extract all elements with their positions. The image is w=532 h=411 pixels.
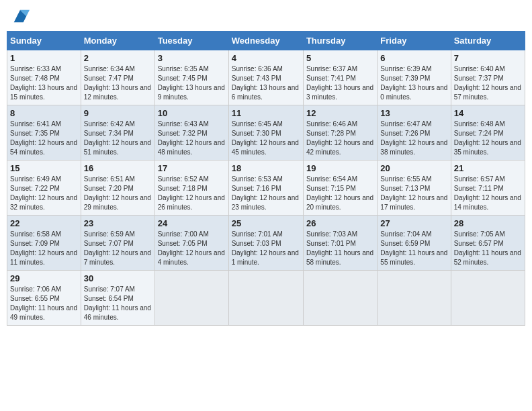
day-number: 19 — [306, 163, 374, 173]
calendar-cell — [228, 271, 303, 326]
calendar-week-row: 29 Sunrise: 7:06 AMSunset: 6:55 PMDaylig… — [7, 271, 525, 326]
day-number: 22 — [10, 218, 78, 228]
day-number: 15 — [10, 163, 78, 173]
day-number: 12 — [306, 108, 374, 118]
day-number: 23 — [84, 218, 152, 228]
calendar-cell — [378, 271, 451, 326]
day-info: Sunrise: 7:04 AMSunset: 6:59 PMDaylight:… — [380, 230, 447, 266]
day-info: Sunrise: 6:49 AMSunset: 7:22 PMDaylight:… — [10, 175, 77, 211]
calendar-cell: 9 Sunrise: 6:42 AMSunset: 7:34 PMDayligh… — [81, 105, 154, 161]
day-number: 17 — [158, 163, 226, 173]
header-friday: Friday — [378, 32, 451, 50]
calendar-week-row: 1 Sunrise: 6:33 AMSunset: 7:48 PMDayligh… — [7, 50, 525, 105]
calendar-cell: 30 Sunrise: 7:07 AMSunset: 6:54 PMDaylig… — [81, 271, 154, 326]
day-info: Sunrise: 6:55 AMSunset: 7:13 PMDaylight:… — [380, 175, 447, 211]
day-number: 3 — [158, 53, 226, 63]
day-number: 24 — [158, 218, 226, 228]
calendar-cell: 3 Sunrise: 6:35 AMSunset: 7:45 PMDayligh… — [154, 50, 228, 105]
day-number: 7 — [454, 53, 522, 63]
day-number: 25 — [232, 218, 300, 228]
calendar-cell: 2 Sunrise: 6:34 AMSunset: 7:47 PMDayligh… — [81, 50, 154, 105]
calendar-cell: 10 Sunrise: 6:43 AMSunset: 7:32 PMDaylig… — [154, 105, 228, 161]
day-info: Sunrise: 6:57 AMSunset: 7:11 PMDaylight:… — [454, 175, 521, 211]
day-number: 16 — [84, 163, 152, 173]
day-info: Sunrise: 6:45 AMSunset: 7:30 PMDaylight:… — [232, 120, 299, 156]
calendar-cell: 13 Sunrise: 6:47 AMSunset: 7:26 PMDaylig… — [378, 105, 451, 161]
header-wednesday: Wednesday — [228, 32, 303, 50]
calendar-cell: 11 Sunrise: 6:45 AMSunset: 7:30 PMDaylig… — [228, 105, 303, 161]
day-info: Sunrise: 6:42 AMSunset: 7:34 PMDaylight:… — [84, 120, 151, 156]
day-number: 26 — [306, 218, 374, 228]
day-number: 21 — [454, 163, 522, 173]
day-info: Sunrise: 6:51 AMSunset: 7:20 PMDaylight:… — [84, 175, 151, 211]
calendar-cell: 7 Sunrise: 6:40 AMSunset: 7:37 PMDayligh… — [451, 50, 525, 105]
day-info: Sunrise: 6:35 AMSunset: 7:45 PMDaylight:… — [158, 65, 225, 101]
calendar-cell: 16 Sunrise: 6:51 AMSunset: 7:20 PMDaylig… — [81, 161, 154, 216]
calendar-cell: 1 Sunrise: 6:33 AMSunset: 7:48 PMDayligh… — [7, 50, 81, 105]
calendar-cell: 18 Sunrise: 6:53 AMSunset: 7:16 PMDaylig… — [228, 161, 303, 216]
day-number: 6 — [380, 53, 447, 63]
logo — [9, 7, 30, 26]
calendar-cell: 14 Sunrise: 6:48 AMSunset: 7:24 PMDaylig… — [451, 105, 525, 161]
calendar-header-row: SundayMondayTuesdayWednesdayThursdayFrid… — [7, 32, 525, 50]
day-number: 14 — [454, 108, 522, 118]
logo-icon — [11, 7, 30, 26]
day-number: 9 — [84, 108, 152, 118]
day-number: 2 — [84, 53, 152, 63]
day-info: Sunrise: 6:54 AMSunset: 7:15 PMDaylight:… — [306, 175, 373, 211]
day-info: Sunrise: 7:00 AMSunset: 7:05 PMDaylight:… — [158, 230, 225, 266]
day-number: 10 — [158, 108, 226, 118]
calendar-cell: 23 Sunrise: 6:59 AMSunset: 7:07 PMDaylig… — [81, 216, 154, 271]
day-number: 5 — [306, 53, 374, 63]
day-info: Sunrise: 7:01 AMSunset: 7:03 PMDaylight:… — [232, 230, 299, 266]
calendar-cell: 19 Sunrise: 6:54 AMSunset: 7:15 PMDaylig… — [303, 161, 377, 216]
day-info: Sunrise: 6:47 AMSunset: 7:26 PMDaylight:… — [380, 120, 447, 156]
day-number: 28 — [454, 218, 522, 228]
calendar-cell: 17 Sunrise: 6:52 AMSunset: 7:18 PMDaylig… — [154, 161, 228, 216]
calendar-cell: 24 Sunrise: 7:00 AMSunset: 7:05 PMDaylig… — [154, 216, 228, 271]
day-number: 13 — [380, 108, 447, 118]
calendar-cell: 25 Sunrise: 7:01 AMSunset: 7:03 PMDaylig… — [228, 216, 303, 271]
header-thursday: Thursday — [303, 32, 377, 50]
calendar-cell: 15 Sunrise: 6:49 AMSunset: 7:22 PMDaylig… — [7, 161, 81, 216]
calendar-cell: 28 Sunrise: 7:05 AMSunset: 6:57 PMDaylig… — [451, 216, 525, 271]
calendar-cell — [451, 271, 525, 326]
day-info: Sunrise: 7:05 AMSunset: 6:57 PMDaylight:… — [454, 230, 521, 266]
day-info: Sunrise: 6:48 AMSunset: 7:24 PMDaylight:… — [454, 120, 521, 156]
header-sunday: Sunday — [7, 32, 81, 50]
day-info: Sunrise: 7:06 AMSunset: 6:55 PMDaylight:… — [10, 285, 77, 321]
day-info: Sunrise: 6:43 AMSunset: 7:32 PMDaylight:… — [158, 120, 225, 156]
calendar-cell: 20 Sunrise: 6:55 AMSunset: 7:13 PMDaylig… — [378, 161, 451, 216]
header-tuesday: Tuesday — [154, 32, 228, 50]
calendar-cell — [303, 271, 377, 326]
day-number: 20 — [380, 163, 447, 173]
day-info: Sunrise: 6:39 AMSunset: 7:39 PMDaylight:… — [380, 65, 447, 101]
day-info: Sunrise: 6:46 AMSunset: 7:28 PMDaylight:… — [306, 120, 373, 156]
day-number: 27 — [380, 218, 447, 228]
calendar-week-row: 22 Sunrise: 6:58 AMSunset: 7:09 PMDaylig… — [7, 216, 525, 271]
calendar-cell: 12 Sunrise: 6:46 AMSunset: 7:28 PMDaylig… — [303, 105, 377, 161]
day-number: 29 — [10, 273, 78, 283]
header-monday: Monday — [81, 32, 154, 50]
header — [7, 7, 525, 26]
calendar-week-row: 8 Sunrise: 6:41 AMSunset: 7:35 PMDayligh… — [7, 105, 525, 161]
day-info: Sunrise: 6:40 AMSunset: 7:37 PMDaylight:… — [454, 65, 521, 101]
day-number: 11 — [232, 108, 300, 118]
calendar-cell: 22 Sunrise: 6:58 AMSunset: 7:09 PMDaylig… — [7, 216, 81, 271]
calendar-cell: 5 Sunrise: 6:37 AMSunset: 7:41 PMDayligh… — [303, 50, 377, 105]
day-info: Sunrise: 6:58 AMSunset: 7:09 PMDaylight:… — [10, 230, 77, 266]
day-number: 4 — [232, 53, 300, 63]
calendar-cell: 26 Sunrise: 7:03 AMSunset: 7:01 PMDaylig… — [303, 216, 377, 271]
day-info: Sunrise: 6:53 AMSunset: 7:16 PMDaylight:… — [232, 175, 299, 211]
calendar-cell: 21 Sunrise: 6:57 AMSunset: 7:11 PMDaylig… — [451, 161, 525, 216]
day-info: Sunrise: 6:36 AMSunset: 7:43 PMDaylight:… — [232, 65, 299, 101]
day-info: Sunrise: 6:52 AMSunset: 7:18 PMDaylight:… — [158, 175, 225, 211]
day-info: Sunrise: 7:07 AMSunset: 6:54 PMDaylight:… — [84, 285, 151, 321]
calendar-table: SundayMondayTuesdayWednesdayThursdayFrid… — [7, 31, 525, 326]
day-number: 30 — [84, 273, 152, 283]
calendar-cell: 29 Sunrise: 7:06 AMSunset: 6:55 PMDaylig… — [7, 271, 81, 326]
calendar-cell: 8 Sunrise: 6:41 AMSunset: 7:35 PMDayligh… — [7, 105, 81, 161]
calendar-cell: 4 Sunrise: 6:36 AMSunset: 7:43 PMDayligh… — [228, 50, 303, 105]
day-info: Sunrise: 6:34 AMSunset: 7:47 PMDaylight:… — [84, 65, 151, 101]
header-saturday: Saturday — [451, 32, 525, 50]
